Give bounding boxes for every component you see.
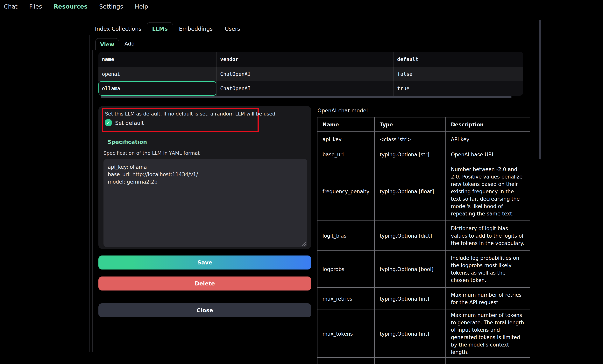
llm-row-ollama-selected[interactable]: ollama ChatOpenAI true bbox=[98, 81, 523, 96]
llm-table-header-row: name vendor default bbox=[98, 52, 523, 67]
tab-users[interactable]: Users bbox=[225, 26, 240, 32]
param-name: logprobs bbox=[317, 251, 374, 288]
param-name: max_retries bbox=[317, 288, 374, 310]
llm-row-openai[interactable]: openai ChatOpenAI false bbox=[98, 67, 523, 81]
llm-cell-default[interactable]: false bbox=[394, 67, 523, 81]
yaml-editor-wrap: api_key: ollama base_url: http://localho… bbox=[104, 159, 307, 247]
details-row-max-tokens: max_tokens typing.Optional[int] Maximum … bbox=[317, 310, 530, 358]
details-row-frequency-penalty: frequency_penalty typing.Optional[float]… bbox=[317, 162, 530, 221]
close-button[interactable]: Close bbox=[98, 303, 311, 317]
subtab-view-label: View bbox=[100, 41, 114, 47]
details-row-logprobs: logprobs typing.Optional[bool] Include l… bbox=[317, 251, 530, 288]
llm-col-default: default bbox=[394, 52, 523, 67]
param-description: Number between -2.0 and 2.0. Positive va… bbox=[446, 162, 530, 221]
details-row-logit-bias: logit_bias typing.Optional[dict] Diction… bbox=[317, 221, 530, 251]
details-col-name: Name bbox=[317, 117, 374, 132]
param-name: api_key bbox=[317, 132, 374, 147]
checkmark-icon: ✓ bbox=[106, 120, 110, 125]
param-type: typing.Optional[int] bbox=[374, 310, 446, 358]
details-col-type: Type bbox=[374, 117, 446, 132]
param-description: Maximum number of tokens to generate. Th… bbox=[446, 310, 530, 358]
app-window: Chat Files Resources Settings Help Index… bbox=[0, 0, 603, 364]
specification-helper-text: Specification of the LLM in YAML format bbox=[104, 150, 200, 156]
set-default-checkbox[interactable]: ✓ bbox=[105, 119, 112, 126]
nav-item-resources[interactable]: Resources bbox=[54, 3, 88, 10]
save-button[interactable]: Save bbox=[98, 255, 311, 270]
details-row-partial bbox=[317, 358, 530, 364]
nav-item-settings[interactable]: Settings bbox=[99, 3, 123, 10]
tab-index-collections[interactable]: Index Collections bbox=[95, 26, 141, 32]
llm-list-table: name vendor default openai ChatOpenAI fa… bbox=[98, 52, 523, 96]
set-default-note: Set this LLM as default. If no default i… bbox=[105, 111, 277, 117]
param-description: API key bbox=[446, 132, 530, 147]
subtab-add[interactable]: Add bbox=[125, 40, 135, 47]
model-details-table: Name Type Description api_key <class 'st… bbox=[317, 117, 530, 364]
vertical-scrollbar-thumb[interactable] bbox=[539, 20, 541, 159]
delete-button[interactable]: Delete bbox=[98, 276, 311, 291]
param-type: typing.Optional[int] bbox=[374, 288, 446, 310]
param-description: Include log probabilities on the logprob… bbox=[446, 251, 530, 288]
llm-col-vendor: vendor bbox=[217, 52, 394, 67]
subtab-view[interactable]: View bbox=[95, 38, 119, 50]
param-name: max_tokens bbox=[317, 310, 374, 358]
llm-cell-vendor[interactable]: ChatOpenAI bbox=[217, 67, 394, 81]
annotation-red-box: Set this LLM as default. If no default i… bbox=[102, 108, 259, 132]
param-name: frequency_penalty bbox=[317, 162, 374, 221]
tab-llms[interactable]: LLMs bbox=[147, 22, 173, 35]
llm-cell-name-selected[interactable]: ollama bbox=[98, 81, 217, 96]
tab-llms-label: LLMs bbox=[152, 26, 168, 32]
param-name: logit_bias bbox=[317, 221, 374, 251]
llm-col-name: name bbox=[98, 52, 217, 67]
top-navigation: Chat Files Resources Settings Help bbox=[4, 2, 148, 11]
param-description: Maximum number of retries for the API re… bbox=[446, 288, 530, 310]
specification-heading: Specification bbox=[107, 139, 147, 145]
details-header-row: Name Type Description bbox=[317, 117, 530, 132]
param-description: OpenAI base URL bbox=[446, 147, 530, 162]
llm-selected-name: ollama bbox=[102, 86, 120, 91]
details-col-description: Description bbox=[446, 117, 530, 132]
set-default-row: ✓ Set default bbox=[105, 119, 144, 126]
details-row-max-retries: max_retries typing.Optional[int] Maximum… bbox=[317, 288, 530, 310]
yaml-specification-input[interactable]: api_key: ollama base_url: http://localho… bbox=[104, 159, 307, 247]
param-type: typing.Optional[str] bbox=[374, 147, 446, 162]
nav-item-chat[interactable]: Chat bbox=[4, 3, 18, 10]
param-type: typing.Optional[dict] bbox=[374, 221, 446, 251]
llm-detail-panel: Set this LLM as default. If no default i… bbox=[98, 106, 311, 249]
param-type: typing.Optional[float] bbox=[374, 162, 446, 221]
llm-cell-vendor[interactable]: ChatOpenAI bbox=[217, 81, 394, 96]
param-name: base_url bbox=[317, 147, 374, 162]
table-cell-empty bbox=[446, 358, 530, 364]
nav-item-files[interactable]: Files bbox=[29, 3, 42, 10]
tab-embeddings[interactable]: Embeddings bbox=[179, 26, 213, 32]
table-cell-empty bbox=[374, 358, 446, 364]
llm-cell-default[interactable]: true bbox=[394, 81, 523, 96]
param-description: Dictionary of logit bias values to add t… bbox=[446, 221, 530, 251]
details-row-api-key: api_key <class 'str'> API key bbox=[317, 132, 530, 147]
param-type: <class 'str'> bbox=[374, 132, 446, 147]
horizontal-scrollbar-thumb[interactable] bbox=[101, 96, 511, 98]
llm-cell-name[interactable]: openai bbox=[98, 67, 217, 81]
param-type: typing.Optional[bool] bbox=[374, 251, 446, 288]
table-cell-empty bbox=[317, 358, 374, 364]
nav-item-help[interactable]: Help bbox=[135, 3, 148, 10]
set-default-label: Set default bbox=[115, 120, 144, 126]
model-details-title: OpenAI chat model bbox=[317, 107, 368, 114]
details-row-base-url: base_url typing.Optional[str] OpenAI bas… bbox=[317, 147, 530, 162]
